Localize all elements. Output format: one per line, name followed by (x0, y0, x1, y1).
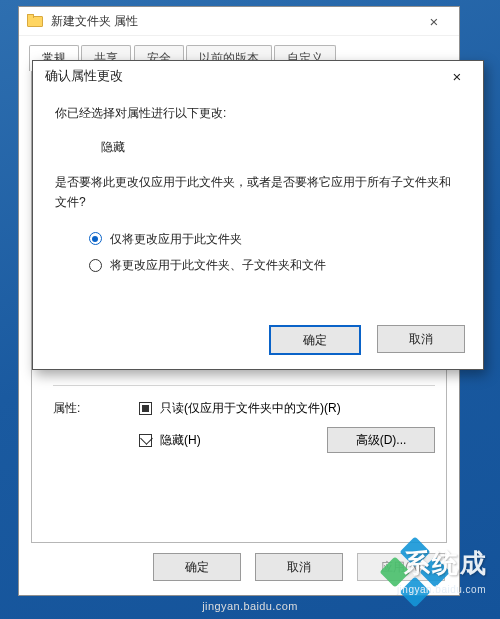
radio-recursive[interactable]: 将更改应用于此文件夹、子文件夹和文件 (89, 255, 461, 275)
dialog-intro-text: 你已经选择对属性进行以下更改: (55, 103, 461, 123)
hidden-label: 隐藏(H) (160, 432, 201, 449)
readonly-label: 只读(仅应用于文件夹中的文件)(R) (160, 400, 341, 417)
cancel-button[interactable]: 取消 (255, 553, 343, 581)
radio-label: 将更改应用于此文件夹、子文件夹和文件 (110, 255, 326, 275)
radio-this-folder-only[interactable]: 仅将更改应用于此文件夹 (89, 229, 461, 249)
properties-button-row: 确定 取消 应用(A) (19, 549, 459, 585)
dialog-button-row: 确定 取消 (269, 325, 465, 355)
close-icon[interactable]: × (437, 62, 477, 90)
radio-icon (89, 259, 102, 272)
dialog-body: 你已经选择对属性进行以下更改: 隐藏 是否要将此更改仅应用于此文件夹，或者是否要… (55, 103, 461, 313)
radio-icon (89, 232, 102, 245)
advanced-button[interactable]: 高级(D)... (327, 427, 435, 453)
radio-label: 仅将更改应用于此文件夹 (110, 229, 242, 249)
attributes-label: 属性: (53, 400, 139, 417)
attributes-section: 属性: 只读(仅应用于文件夹中的文件)(R) 隐藏(H) 高级(D)... (53, 385, 435, 463)
dialog-titlebar[interactable]: 确认属性更改 × (33, 61, 483, 91)
dialog-question-text: 是否要将此更改仅应用于此文件夹，或者是否要将它应用于所有子文件夹和文件? (55, 172, 461, 213)
cancel-button[interactable]: 取消 (377, 325, 465, 353)
close-icon[interactable]: × (415, 11, 453, 31)
ok-button[interactable]: 确定 (153, 553, 241, 581)
ok-button[interactable]: 确定 (269, 325, 361, 355)
readonly-checkbox[interactable] (139, 402, 152, 415)
properties-title: 新建文件夹 属性 (51, 13, 415, 30)
hidden-checkbox[interactable] (139, 434, 152, 447)
dialog-change-value: 隐藏 (101, 137, 461, 157)
confirm-attribute-change-dialog: 确认属性更改 × 你已经选择对属性进行以下更改: 隐藏 是否要将此更改仅应用于此… (32, 60, 484, 370)
divider (53, 385, 435, 386)
source-watermark: jingyan.baidu.com (202, 600, 297, 612)
dialog-title: 确认属性更改 (45, 68, 437, 85)
folder-icon (27, 14, 43, 28)
apply-button[interactable]: 应用(A) (357, 553, 445, 581)
properties-titlebar[interactable]: 新建文件夹 属性 × (19, 7, 459, 36)
